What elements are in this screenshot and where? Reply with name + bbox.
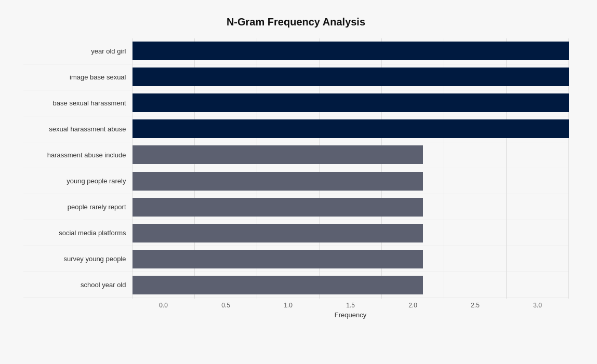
x-tick: 1.5: [320, 302, 382, 309]
bar-row: sexual harassment abuse: [23, 116, 569, 142]
bar-fill: [132, 250, 423, 268]
bar-label: base sexual harassment: [23, 99, 132, 107]
bar-fill: [132, 198, 423, 217]
bar-label: sexual harassment abuse: [23, 125, 132, 133]
bar-fill: [132, 119, 569, 138]
bar-track: [132, 42, 569, 60]
bar-track: [132, 250, 569, 268]
x-tick: 0.5: [195, 302, 257, 309]
chart-container: N-Gram Frequency Analysis year old girli…: [13, 6, 585, 359]
x-tick: 2.5: [444, 302, 507, 309]
bar-row: school year old: [23, 272, 569, 298]
bar-label: survey young people: [23, 255, 132, 263]
x-tick: 1.0: [257, 302, 320, 309]
bar-row: young people rarely: [23, 168, 569, 194]
x-axis-label: Frequency: [132, 311, 569, 319]
bar-label: people rarely report: [23, 203, 132, 211]
chart-title: N-Gram Frequency Analysis: [23, 16, 569, 28]
bar-row: survey young people: [23, 246, 569, 272]
bars-section: year old girlimage base sexualbase sexua…: [23, 38, 569, 299]
bar-label: young people rarely: [23, 177, 132, 185]
bar-track: [132, 198, 569, 217]
bar-label: year old girl: [23, 47, 132, 55]
bar-track: [132, 172, 569, 191]
chart-area: year old girlimage base sexualbase sexua…: [23, 38, 569, 319]
bar-row: year old girl: [23, 38, 569, 64]
bar-row: harassment abuse include: [23, 142, 569, 168]
x-axis: 0.00.51.01.52.02.53.0: [132, 302, 569, 309]
bar-track: [132, 68, 569, 86]
x-tick: 0.0: [132, 302, 195, 309]
bar-row: social media platforms: [23, 220, 569, 246]
bar-fill: [132, 224, 423, 242]
bar-label: social media platforms: [23, 229, 132, 237]
bar-fill: [132, 42, 569, 60]
bar-track: [132, 276, 569, 294]
bar-fill: [132, 276, 423, 294]
bar-track: [132, 119, 569, 138]
bar-fill: [132, 93, 569, 112]
bar-fill: [132, 172, 423, 191]
x-tick: 3.0: [507, 302, 569, 309]
bar-label: harassment abuse include: [23, 151, 132, 159]
bar-label: school year old: [23, 281, 132, 289]
bar-fill: [132, 145, 423, 164]
bar-row: people rarely report: [23, 194, 569, 220]
bar-label: image base sexual: [23, 73, 132, 81]
bar-row: base sexual harassment: [23, 90, 569, 116]
bar-fill: [132, 68, 569, 86]
bar-track: [132, 145, 569, 164]
x-tick: 2.0: [382, 302, 444, 309]
bar-track: [132, 224, 569, 242]
bar-row: image base sexual: [23, 64, 569, 90]
bar-track: [132, 93, 569, 112]
